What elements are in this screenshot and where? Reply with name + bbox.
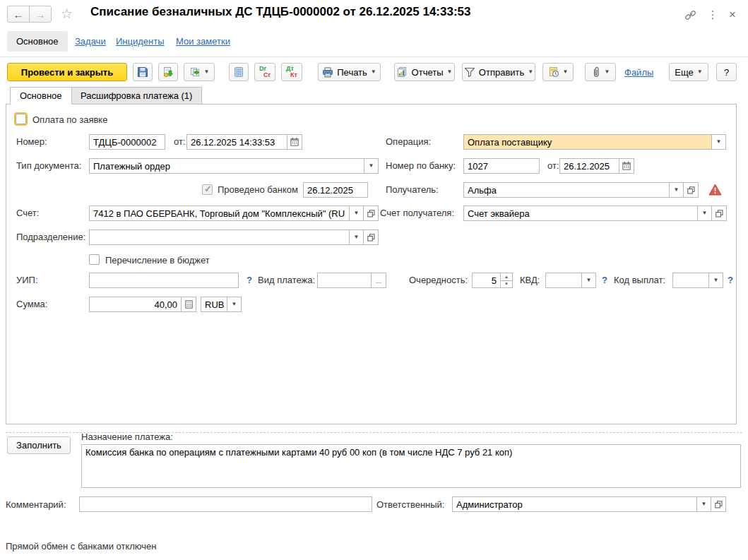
open-icon[interactable]: [363, 205, 379, 221]
account-input[interactable]: [89, 205, 350, 221]
comment-input[interactable]: [79, 496, 372, 512]
payee-label: Получатель:: [386, 184, 439, 195]
post-and-close-button[interactable]: Провести и закрыть: [7, 63, 127, 81]
open-icon[interactable]: [711, 496, 726, 512]
open-icon[interactable]: [683, 182, 699, 198]
create-based-on-button[interactable]: ▼: [184, 63, 215, 81]
bank-posted-date-field: [303, 182, 368, 198]
printer-icon: [322, 67, 333, 78]
save-button[interactable]: [133, 63, 153, 81]
calendar-icon[interactable]: [287, 134, 302, 150]
kvd-input[interactable]: [545, 273, 582, 288]
number-input[interactable]: [89, 134, 165, 150]
date-label: от:: [174, 136, 186, 147]
bank-number-input[interactable]: [463, 158, 540, 174]
number-label: Номер:: [16, 136, 47, 147]
date-input[interactable]: [186, 134, 287, 150]
chevron-down-icon[interactable]: ▼: [349, 230, 364, 245]
copy-link-icon[interactable]: [682, 7, 698, 23]
payment-by-request-checkbox[interactable]: [16, 114, 26, 124]
calendar-icon[interactable]: [619, 158, 634, 174]
chevron-down-icon[interactable]: ▼: [669, 182, 684, 198]
help-button[interactable]: ?: [716, 63, 737, 81]
amount-input[interactable]: [89, 297, 182, 312]
step-down-icon[interactable]: ▼: [500, 280, 513, 289]
ellipsis-icon[interactable]: ...: [371, 273, 386, 288]
payment-kind-input[interactable]: [317, 273, 372, 288]
fill-button[interactable]: Заполнить: [7, 436, 71, 454]
chevron-down-icon[interactable]: ▼: [697, 205, 712, 221]
priority-stepper[interactable]: ▲▼: [500, 273, 513, 288]
back-button[interactable]: ←: [7, 6, 30, 23]
bank-number-label: Номер по банку:: [386, 160, 456, 171]
save-icon: [137, 66, 148, 78]
report-chart-icon: [397, 66, 408, 78]
close-icon[interactable]: ×: [725, 7, 740, 23]
more-button[interactable]: Еще ▼: [669, 63, 708, 81]
navbar-item-main[interactable]: Основное: [7, 31, 68, 52]
chevron-down-icon[interactable]: ▼: [708, 273, 723, 288]
dropdown-caret-icon: ▼: [697, 69, 703, 75]
bank-posted-label: Проведено банком: [218, 184, 298, 195]
tab-payment-details[interactable]: Расшифровка платежа (1): [71, 87, 202, 105]
send-funnel-icon: [464, 67, 475, 77]
attachments-button[interactable]: ▼: [585, 63, 616, 81]
bank-date-label: от:: [547, 160, 559, 171]
dr-cr-button[interactable]: DrCr: [254, 63, 275, 81]
warning-icon: [708, 184, 722, 196]
chevron-down-icon[interactable]: ▼: [696, 496, 711, 512]
chevron-down-icon[interactable]: ▼: [227, 297, 242, 312]
print-button[interactable]: Печать ▼: [318, 63, 381, 81]
chevron-down-icon[interactable]: ▼: [349, 205, 364, 221]
post-document-button[interactable]: [158, 63, 178, 81]
register-records-button[interactable]: [229, 63, 249, 81]
dt-kt-button[interactable]: ДтКт: [281, 63, 302, 81]
doc-type-input[interactable]: [89, 158, 364, 174]
navbar-item-notes[interactable]: Мои заметки: [176, 36, 230, 47]
forward-button[interactable]: →: [29, 6, 52, 23]
open-icon[interactable]: [711, 205, 727, 221]
budget-transfer-checkbox[interactable]: [89, 254, 100, 265]
payout-code-input[interactable]: [672, 273, 709, 288]
navbar-item-tasks[interactable]: Задачи: [75, 36, 106, 47]
scheduled-doc-button[interactable]: ▼: [542, 63, 574, 81]
priority-field: ▲▼: [472, 273, 513, 288]
tab-main[interactable]: Основное: [10, 87, 72, 105]
dropdown-caret-icon: ▼: [528, 69, 533, 75]
payment-kind-field: ...: [317, 273, 386, 288]
payout-code-help-icon[interactable]: ?: [728, 275, 733, 285]
page-title: Списание безналичных ДС ТДЦБ-0000002 от …: [90, 5, 470, 19]
bank-posted-date-input[interactable]: [303, 182, 368, 198]
uip-help-icon[interactable]: ?: [247, 275, 252, 285]
favorite-star-icon[interactable]: ☆: [61, 6, 73, 22]
payee-account-label: Счет получателя:: [380, 208, 454, 218]
chevron-down-icon[interactable]: ▼: [581, 273, 596, 288]
bank-date-input[interactable]: [559, 158, 619, 174]
chevron-down-icon[interactable]: ▼: [711, 134, 726, 150]
purpose-textarea[interactable]: Комиссия банка по операциям с платежными…: [81, 444, 741, 488]
reports-button[interactable]: Отчеты ▼: [394, 63, 455, 81]
dropdown-caret-icon: ▼: [563, 69, 569, 75]
divider: [0, 56, 748, 57]
operation-input[interactable]: [463, 134, 712, 150]
history-nav: ← →: [7, 6, 52, 23]
priority-label: Очередность:: [409, 275, 468, 285]
payee-field: ▼: [463, 182, 699, 198]
kebab-menu-icon[interactable]: ⋮: [705, 7, 720, 23]
calculator-icon[interactable]: [181, 297, 196, 312]
dropdown-caret-icon: ▼: [447, 69, 453, 75]
priority-input[interactable]: [472, 273, 501, 288]
kvd-help-icon[interactable]: ?: [602, 275, 607, 285]
currency-value[interactable]: RUB: [201, 297, 227, 312]
send-button[interactable]: Отправить ▼: [462, 63, 535, 81]
responsible-input[interactable]: [452, 496, 697, 512]
payee-input[interactable]: [463, 182, 670, 198]
open-icon[interactable]: [363, 230, 379, 245]
payee-account-input[interactable]: [463, 205, 698, 221]
chevron-down-icon[interactable]: ▼: [364, 158, 379, 174]
bank-date-field: [559, 158, 634, 174]
navbar-item-incidents[interactable]: Инциденты: [116, 36, 165, 47]
uip-input[interactable]: [89, 273, 239, 288]
department-input[interactable]: [89, 230, 350, 245]
files-link[interactable]: Файлы: [624, 67, 653, 78]
